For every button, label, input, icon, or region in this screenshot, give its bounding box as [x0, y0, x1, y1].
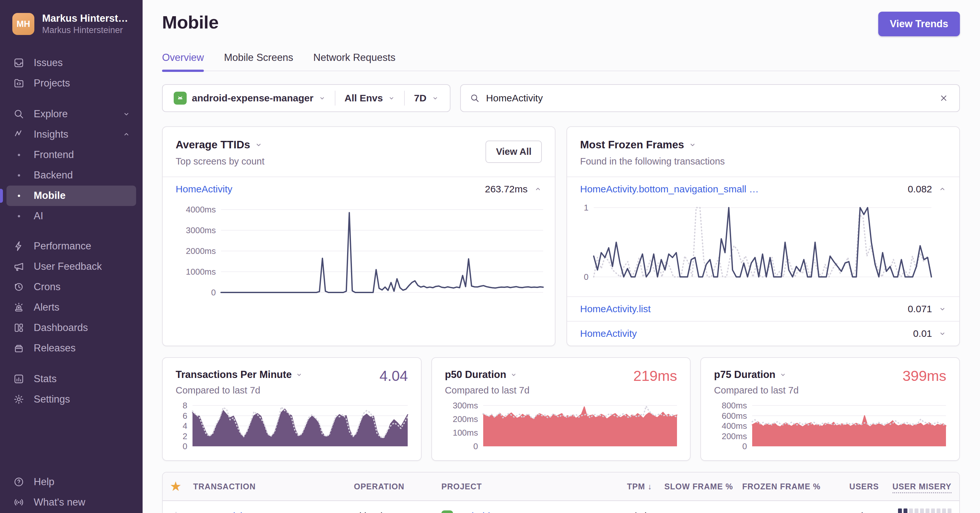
p75-duration-card: p75 Duration 399ms Compared to last 7d 0…: [700, 357, 960, 461]
user-icon: [870, 512, 879, 513]
sidebar-item-explore[interactable]: Explore: [6, 104, 136, 124]
sidebar-item-ai[interactable]: AI: [6, 206, 136, 226]
sidebar-item-backend[interactable]: Backend: [6, 165, 136, 186]
view-trends-button[interactable]: View Trends: [878, 12, 960, 36]
p50-value: 219ms: [633, 368, 677, 384]
sidebar-item-stats[interactable]: Stats: [6, 369, 136, 389]
sidebar-item-help[interactable]: Help: [6, 472, 136, 492]
column-slow-frame[interactable]: SLOW FRAME %: [652, 482, 733, 491]
sidebar-item-label: Releases: [34, 342, 75, 354]
sidebar-item-label: Dashboards: [34, 322, 88, 334]
svg-text:4000ms: 4000ms: [186, 205, 216, 214]
chevron-up-icon: [123, 130, 130, 138]
clock-icon: [12, 281, 25, 292]
sidebar-item-mobile[interactable]: Mobile: [6, 186, 136, 206]
column-users[interactable]: USERS: [821, 482, 879, 491]
siren-icon: [12, 302, 25, 313]
sidebar-item-releases[interactable]: Releases: [6, 338, 136, 359]
avatar-initials: MH: [16, 19, 30, 29]
chevron-down-icon: [388, 95, 395, 102]
sidebar-item-user-feedback[interactable]: User Feedback: [6, 256, 136, 277]
transaction-link[interactable]: HomeActivity.bottom_navigation_small …: [580, 184, 759, 195]
sidebar-item-crons[interactable]: Crons: [6, 277, 136, 297]
transaction-link[interactable]: HomeActivity.list: [580, 303, 651, 314]
chevron-down-icon: [255, 141, 262, 149]
chevron-up-icon: [534, 185, 542, 193]
cell-project: android-expense-manager: [441, 510, 603, 513]
search-icon: [470, 93, 480, 103]
search-input[interactable]: [486, 93, 931, 104]
sidebar-item-dashboards[interactable]: Dashboards: [6, 318, 136, 338]
issues-icon: [12, 57, 25, 68]
tpm-value: 4.04: [380, 368, 408, 384]
column-project[interactable]: PROJECT: [441, 482, 603, 491]
tab-network-requests[interactable]: Network Requests: [313, 52, 395, 71]
svg-text:400ms: 400ms: [722, 421, 747, 431]
table-row[interactable]: ☆ HomeActivity ui.load android-expense-m…: [163, 501, 959, 513]
column-user-misery[interactable]: USER MISERY: [879, 482, 951, 491]
column-tpm-sorted[interactable]: TPM ↓: [603, 482, 652, 491]
sidebar-item-performance[interactable]: Performance: [6, 236, 136, 256]
sidebar-item-label: Issues: [34, 57, 63, 69]
sidebar-item-label: Alerts: [34, 302, 59, 313]
most-frozen-frames-card: Most Frozen Frames Found in the followin…: [566, 126, 960, 346]
sidebar-item-label: Frontend: [34, 149, 74, 160]
date-range-selector[interactable]: 7D: [405, 85, 447, 111]
column-operation[interactable]: OPERATION: [354, 482, 441, 491]
table-header-row: ★ TRANSACTION OPERATION PROJECT TPM ↓ SL…: [163, 473, 959, 501]
p50-chart: 0100ms200ms300ms: [445, 401, 677, 450]
environment-selector[interactable]: All Envs: [336, 85, 404, 111]
view-all-button[interactable]: View All: [485, 141, 542, 163]
help-icon: [12, 476, 25, 488]
sidebar-item-issues[interactable]: Issues: [6, 53, 136, 73]
org-user-menu[interactable]: MH Markus Hinterst… Markus Hintersteiner: [0, 12, 143, 36]
sidebar-item-settings[interactable]: Settings: [6, 389, 136, 410]
tpm-title[interactable]: Transactions Per Minute: [176, 369, 408, 381]
sidebar-item-insights[interactable]: Insights: [6, 124, 136, 145]
sidebar-item-alerts[interactable]: Alerts: [6, 297, 136, 318]
column-label: USER MISERY: [892, 482, 951, 493]
ttid-transaction-row[interactable]: HomeActivity 263.72ms: [163, 177, 555, 201]
card-subtitle: Compared to last 7d: [445, 385, 677, 396]
svg-text:8: 8: [183, 401, 187, 410]
transaction-link[interactable]: HomeActivity: [176, 184, 232, 195]
column-frozen-frame[interactable]: FROZEN FRAME %: [733, 482, 821, 491]
column-transaction[interactable]: TRANSACTION: [193, 482, 354, 491]
svg-text:200ms: 200ms: [722, 431, 747, 441]
date-range-value: 7D: [414, 93, 426, 104]
frozen-row-list[interactable]: HomeActivity.list 0.071: [567, 296, 959, 321]
p75-value: 399ms: [902, 368, 946, 384]
chevron-down-icon: [939, 330, 946, 337]
bar-chart-icon: [12, 373, 25, 384]
favorite-star-header-icon[interactable]: ★: [170, 480, 193, 493]
clear-search-button[interactable]: [937, 92, 950, 105]
active-indicator: [0, 189, 3, 203]
chevron-down-icon: [296, 371, 303, 378]
favorite-star-icon[interactable]: ☆: [170, 509, 193, 513]
ttid-value: 263.72ms: [485, 184, 528, 195]
frozen-frames-title[interactable]: Most Frozen Frames: [580, 139, 946, 151]
sidebar-item-whats-new[interactable]: What's new: [6, 492, 136, 512]
sidebar-item-projects[interactable]: Projects: [6, 73, 136, 94]
chevron-up-icon: [939, 185, 946, 193]
tab-mobile-screens[interactable]: Mobile Screens: [224, 52, 293, 71]
sidebar-item-label: Insights: [34, 129, 68, 140]
transaction-link[interactable]: HomeActivity: [580, 328, 637, 339]
card-title-text: p50 Duration: [445, 369, 506, 381]
svg-text:2000ms: 2000ms: [186, 246, 216, 256]
tpm-card: Transactions Per Minute 4.04 Compared to…: [162, 357, 422, 461]
tab-overview[interactable]: Overview: [162, 52, 204, 71]
frozen-row-home[interactable]: HomeActivity 0.01: [567, 321, 959, 346]
cell-tpm: 3.89/min: [603, 511, 652, 513]
sidebar-item-frontend[interactable]: Frontend: [6, 145, 136, 165]
project-link[interactable]: android-expense-manager: [458, 511, 572, 513]
sidebar-item-label: What's new: [34, 497, 85, 508]
project-selector[interactable]: android-expense-manager: [165, 85, 335, 111]
frozen-row-expanded[interactable]: HomeActivity.bottom_navigation_small … 0…: [567, 177, 959, 201]
svg-text:0: 0: [183, 442, 187, 450]
sidebar-item-label: Mobile: [34, 190, 65, 202]
sidebar-footer-nav: Help What's new: [0, 472, 143, 513]
transaction-link[interactable]: HomeActivity: [193, 511, 250, 513]
cell-operation: ui.load: [354, 511, 441, 513]
svg-text:0: 0: [584, 272, 589, 282]
